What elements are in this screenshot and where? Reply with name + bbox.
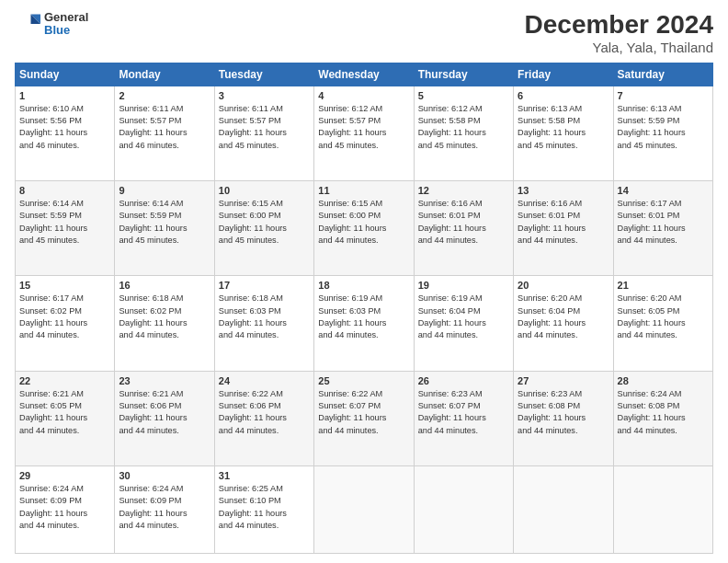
day-info: Sunrise: 6:25 AM Sunset: 6:10 PM Dayligh… — [219, 483, 310, 532]
table-row: 23Sunrise: 6:21 AM Sunset: 6:06 PM Dayli… — [115, 371, 214, 465]
table-row — [514, 465, 613, 553]
day-number: 24 — [219, 375, 310, 386]
table-row: 21Sunrise: 6:20 AM Sunset: 6:05 PM Dayli… — [613, 276, 712, 371]
day-info: Sunrise: 6:12 AM Sunset: 5:58 PM Dayligh… — [418, 103, 509, 152]
table-row: 30Sunrise: 6:24 AM Sunset: 6:09 PM Dayli… — [115, 465, 214, 553]
day-number: 5 — [418, 90, 509, 101]
table-row: 11Sunrise: 6:15 AM Sunset: 6:00 PM Dayli… — [314, 181, 414, 276]
day-number: 10 — [219, 185, 310, 196]
table-row: 28Sunrise: 6:24 AM Sunset: 6:08 PM Dayli… — [613, 371, 712, 465]
day-info: Sunrise: 6:16 AM Sunset: 6:01 PM Dayligh… — [418, 198, 509, 247]
day-number: 14 — [618, 185, 709, 196]
page-title: December 2024 — [525, 11, 713, 40]
day-number: 18 — [318, 280, 409, 291]
day-info: Sunrise: 6:15 AM Sunset: 6:00 PM Dayligh… — [219, 198, 310, 247]
day-number: 30 — [119, 470, 210, 481]
day-number: 27 — [518, 375, 609, 386]
day-info: Sunrise: 6:20 AM Sunset: 6:04 PM Dayligh… — [518, 293, 609, 341]
table-row: 22Sunrise: 6:21 AM Sunset: 6:05 PM Dayli… — [16, 371, 115, 465]
day-info: Sunrise: 6:18 AM Sunset: 6:02 PM Dayligh… — [119, 293, 210, 341]
table-row: 3Sunrise: 6:11 AM Sunset: 5:57 PM Daylig… — [214, 86, 313, 180]
day-info: Sunrise: 6:22 AM Sunset: 6:06 PM Dayligh… — [219, 388, 310, 437]
table-row: 26Sunrise: 6:23 AM Sunset: 6:07 PM Dayli… — [414, 371, 513, 465]
day-info: Sunrise: 6:13 AM Sunset: 5:59 PM Dayligh… — [618, 103, 709, 152]
day-number: 20 — [518, 280, 609, 291]
table-row: 14Sunrise: 6:17 AM Sunset: 6:01 PM Dayli… — [613, 181, 712, 276]
day-number: 9 — [119, 185, 210, 196]
day-number: 1 — [19, 90, 110, 101]
header: General Blue December 2024 Yala, Yala, T… — [15, 11, 713, 55]
day-number: 25 — [318, 375, 409, 386]
day-number: 6 — [518, 90, 609, 101]
table-row: 7Sunrise: 6:13 AM Sunset: 5:59 PM Daylig… — [613, 86, 712, 180]
day-number: 11 — [318, 185, 409, 196]
logo-icon — [15, 11, 40, 37]
day-number: 8 — [19, 185, 110, 196]
day-number: 28 — [618, 375, 709, 386]
day-number: 26 — [418, 375, 509, 386]
table-row: 13Sunrise: 6:16 AM Sunset: 6:01 PM Dayli… — [514, 181, 613, 276]
day-info: Sunrise: 6:18 AM Sunset: 6:03 PM Dayligh… — [219, 293, 310, 341]
col-wednesday: Wednesday — [314, 63, 414, 86]
table-row: 25Sunrise: 6:22 AM Sunset: 6:07 PM Dayli… — [314, 371, 414, 465]
day-info: Sunrise: 6:12 AM Sunset: 5:57 PM Dayligh… — [318, 103, 409, 152]
day-info: Sunrise: 6:24 AM Sunset: 6:09 PM Dayligh… — [19, 483, 110, 532]
table-row: 12Sunrise: 6:16 AM Sunset: 6:01 PM Dayli… — [414, 181, 513, 276]
col-tuesday: Tuesday — [214, 63, 313, 86]
col-friday: Friday — [514, 63, 613, 86]
day-info: Sunrise: 6:14 AM Sunset: 5:59 PM Dayligh… — [19, 198, 110, 247]
day-info: Sunrise: 6:19 AM Sunset: 6:04 PM Dayligh… — [418, 293, 509, 341]
col-saturday: Saturday — [613, 63, 712, 86]
table-row: 2Sunrise: 6:11 AM Sunset: 5:57 PM Daylig… — [115, 86, 214, 180]
col-sunday: Sunday — [16, 63, 115, 86]
day-number: 4 — [318, 90, 409, 101]
table-row: 29Sunrise: 6:24 AM Sunset: 6:09 PM Dayli… — [16, 465, 115, 553]
day-number: 12 — [418, 185, 509, 196]
table-row: 8Sunrise: 6:14 AM Sunset: 5:59 PM Daylig… — [16, 181, 115, 276]
week-row-4: 22Sunrise: 6:21 AM Sunset: 6:05 PM Dayli… — [16, 371, 713, 465]
day-info: Sunrise: 6:15 AM Sunset: 6:00 PM Dayligh… — [318, 198, 409, 247]
day-info: Sunrise: 6:11 AM Sunset: 5:57 PM Dayligh… — [119, 103, 210, 152]
day-info: Sunrise: 6:16 AM Sunset: 6:01 PM Dayligh… — [518, 198, 609, 247]
day-info: Sunrise: 6:22 AM Sunset: 6:07 PM Dayligh… — [318, 388, 409, 437]
day-info: Sunrise: 6:23 AM Sunset: 6:08 PM Dayligh… — [518, 388, 609, 437]
table-row: 27Sunrise: 6:23 AM Sunset: 6:08 PM Dayli… — [514, 371, 613, 465]
table-row: 4Sunrise: 6:12 AM Sunset: 5:57 PM Daylig… — [314, 86, 414, 180]
day-number: 19 — [418, 280, 509, 291]
day-number: 2 — [119, 90, 210, 101]
col-monday: Monday — [115, 63, 214, 86]
table-row — [414, 465, 513, 553]
day-info: Sunrise: 6:23 AM Sunset: 6:07 PM Dayligh… — [418, 388, 509, 437]
day-number: 23 — [119, 375, 210, 386]
day-number: 22 — [19, 375, 110, 386]
day-info: Sunrise: 6:24 AM Sunset: 6:08 PM Dayligh… — [618, 388, 709, 437]
table-row — [314, 465, 414, 553]
day-number: 16 — [119, 280, 210, 291]
table-row: 19Sunrise: 6:19 AM Sunset: 6:04 PM Dayli… — [414, 276, 513, 371]
table-row: 17Sunrise: 6:18 AM Sunset: 6:03 PM Dayli… — [214, 276, 313, 371]
day-info: Sunrise: 6:10 AM Sunset: 5:56 PM Dayligh… — [19, 103, 110, 152]
day-number: 15 — [19, 280, 110, 291]
day-info: Sunrise: 6:20 AM Sunset: 6:05 PM Dayligh… — [618, 293, 709, 341]
table-row: 5Sunrise: 6:12 AM Sunset: 5:58 PM Daylig… — [414, 86, 513, 180]
table-row: 15Sunrise: 6:17 AM Sunset: 6:02 PM Dayli… — [16, 276, 115, 371]
day-number: 21 — [618, 280, 709, 291]
week-row-3: 15Sunrise: 6:17 AM Sunset: 6:02 PM Dayli… — [16, 276, 713, 371]
table-row: 18Sunrise: 6:19 AM Sunset: 6:03 PM Dayli… — [314, 276, 414, 371]
calendar-table: Sunday Monday Tuesday Wednesday Thursday… — [15, 63, 713, 554]
day-number: 31 — [219, 470, 310, 481]
title-block: December 2024 Yala, Yala, Thailand — [525, 11, 713, 55]
day-number: 3 — [219, 90, 310, 101]
page: General Blue December 2024 Yala, Yala, T… — [0, 0, 728, 563]
day-info: Sunrise: 6:21 AM Sunset: 6:05 PM Dayligh… — [19, 388, 110, 437]
week-row-1: 1Sunrise: 6:10 AM Sunset: 5:56 PM Daylig… — [16, 86, 713, 180]
table-row: 9Sunrise: 6:14 AM Sunset: 5:59 PM Daylig… — [115, 181, 214, 276]
logo-text: General Blue — [44, 11, 88, 38]
logo-blue: Blue — [44, 24, 88, 37]
day-info: Sunrise: 6:21 AM Sunset: 6:06 PM Dayligh… — [119, 388, 210, 437]
table-row: 10Sunrise: 6:15 AM Sunset: 6:00 PM Dayli… — [214, 181, 313, 276]
logo: General Blue — [15, 11, 88, 38]
day-info: Sunrise: 6:17 AM Sunset: 6:02 PM Dayligh… — [19, 293, 110, 341]
table-row: 31Sunrise: 6:25 AM Sunset: 6:10 PM Dayli… — [214, 465, 313, 553]
page-subtitle: Yala, Yala, Thailand — [525, 40, 713, 55]
